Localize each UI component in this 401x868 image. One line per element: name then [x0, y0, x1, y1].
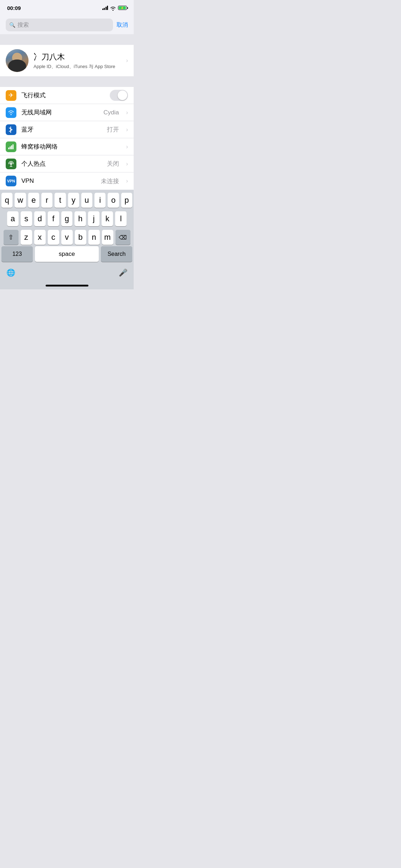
- vpn-label: VPN: [21, 177, 96, 185]
- cellular-icon: [6, 141, 16, 152]
- profile-info: 冫刀八木 Apple ID、iCloud、iTunes 与 App Store: [34, 52, 121, 70]
- section-gap-1: [0, 34, 134, 45]
- bluetooth-chevron: ›: [126, 126, 128, 133]
- bluetooth-value: 打开: [107, 125, 119, 134]
- profile-chevron: ›: [126, 57, 128, 64]
- vpn-value: 未连接: [101, 177, 119, 185]
- status-icons: [102, 6, 128, 10]
- vpn-chevron: ›: [126, 178, 128, 184]
- svg-rect-1: [8, 148, 9, 149]
- bluetooth-icon: [6, 124, 16, 135]
- svg-rect-2: [10, 146, 11, 149]
- cellular-chevron: ›: [126, 144, 128, 150]
- vpn-icon: VPN: [6, 176, 16, 186]
- key-p[interactable]: p: [121, 193, 132, 208]
- status-time: 00:09: [7, 5, 21, 11]
- key-e[interactable]: e: [28, 193, 39, 208]
- keyboard-row-2: a s d f g h j k l: [1, 211, 132, 226]
- key-a[interactable]: a: [7, 211, 19, 226]
- settings-item-cellular[interactable]: 蜂窝移动网络 ›: [0, 138, 134, 155]
- key-k[interactable]: k: [102, 211, 113, 226]
- key-r[interactable]: r: [41, 193, 52, 208]
- settings-group-network: ✈ 飞行模式 无线局域网 Cydia › 蓝牙 打开 ›: [0, 87, 134, 190]
- key-f[interactable]: f: [48, 211, 59, 226]
- keyboard-row-3: ⇧ z x c v b n m ⌫: [1, 230, 132, 245]
- key-x[interactable]: x: [34, 230, 46, 245]
- battery-icon: [118, 6, 128, 10]
- key-i[interactable]: i: [94, 193, 106, 208]
- hotspot-chevron: ›: [126, 161, 128, 167]
- key-h[interactable]: h: [74, 211, 86, 226]
- settings-item-wifi[interactable]: 无线局域网 Cydia ›: [0, 104, 134, 121]
- wifi-icon: [6, 107, 16, 118]
- space-key[interactable]: space: [35, 246, 99, 262]
- keyboard: q w e r t y u i o p a s d f g h j k l ⇧ …: [0, 190, 134, 289]
- bluetooth-label: 蓝牙: [21, 125, 102, 134]
- microphone-icon[interactable]: 🎤: [115, 265, 131, 280]
- airplane-icon: ✈: [6, 90, 16, 101]
- avatar: [6, 49, 29, 72]
- key-d[interactable]: d: [34, 211, 46, 226]
- delete-key[interactable]: ⌫: [115, 230, 130, 245]
- key-t[interactable]: t: [55, 193, 66, 208]
- key-z[interactable]: z: [21, 230, 32, 245]
- keyboard-icons-row: 🌐 🎤: [0, 265, 134, 283]
- wifi-value: Cydia: [103, 109, 119, 116]
- search-icon: 🔍: [9, 22, 15, 28]
- key-l[interactable]: l: [115, 211, 127, 226]
- hotspot-value: 关闭: [107, 160, 119, 168]
- key-w[interactable]: w: [15, 193, 26, 208]
- key-q[interactable]: q: [1, 193, 12, 208]
- wifi-label: 无线局域网: [21, 108, 98, 117]
- settings-item-hotspot[interactable]: 个人热点 关闭 ›: [0, 155, 134, 172]
- settings-item-airplane[interactable]: ✈ 飞行模式: [0, 87, 134, 104]
- key-b[interactable]: b: [75, 230, 86, 245]
- search-input[interactable]: 🔍 搜索: [6, 19, 113, 31]
- key-n[interactable]: n: [88, 230, 100, 245]
- signal-icon: [102, 6, 108, 10]
- key-u[interactable]: u: [81, 193, 92, 208]
- cellular-label: 蜂窝移动网络: [21, 143, 121, 151]
- status-bar: 00:09: [0, 0, 134, 16]
- section-gap-2: [0, 76, 134, 87]
- cancel-button[interactable]: 取消: [117, 21, 128, 29]
- profile-cell[interactable]: 冫刀八木 Apple ID、iCloud、iTunes 与 App Store …: [0, 45, 134, 76]
- profile-name: 冫刀八木: [34, 52, 121, 62]
- airplane-label: 飞行模式: [21, 91, 105, 99]
- key-m[interactable]: m: [102, 230, 113, 245]
- key-y[interactable]: y: [68, 193, 79, 208]
- home-indicator: [46, 285, 88, 286]
- numbers-key[interactable]: 123: [1, 246, 33, 262]
- key-c[interactable]: c: [48, 230, 59, 245]
- search-bar-container: 🔍 搜索 取消: [0, 16, 134, 34]
- hotspot-label: 个人热点: [21, 160, 102, 168]
- key-o[interactable]: o: [108, 193, 119, 208]
- search-key[interactable]: Search: [101, 246, 132, 262]
- key-s[interactable]: s: [21, 211, 32, 226]
- hotspot-icon: [6, 159, 16, 169]
- settings-item-vpn[interactable]: VPN VPN 未连接 ›: [0, 172, 134, 190]
- globe-icon[interactable]: 🌐: [3, 265, 19, 280]
- key-g[interactable]: g: [61, 211, 73, 226]
- airplane-toggle[interactable]: [110, 90, 128, 101]
- wifi-status-icon: [110, 6, 116, 10]
- svg-rect-3: [11, 145, 12, 149]
- search-placeholder-text: 搜索: [17, 21, 29, 29]
- profile-section: 冫刀八木 Apple ID、iCloud、iTunes 与 App Store …: [0, 45, 134, 76]
- profile-subtitle: Apple ID、iCloud、iTunes 与 App Store: [34, 63, 121, 70]
- wifi-chevron: ›: [126, 109, 128, 116]
- key-v[interactable]: v: [61, 230, 73, 245]
- key-j[interactable]: j: [88, 211, 99, 226]
- shift-key[interactable]: ⇧: [4, 230, 19, 245]
- svg-rect-4: [12, 144, 14, 149]
- settings-item-bluetooth[interactable]: 蓝牙 打开 ›: [0, 121, 134, 138]
- keyboard-bottom-row: 123 space Search: [0, 246, 134, 265]
- keyboard-row-1: q w e r t y u i o p: [1, 193, 132, 208]
